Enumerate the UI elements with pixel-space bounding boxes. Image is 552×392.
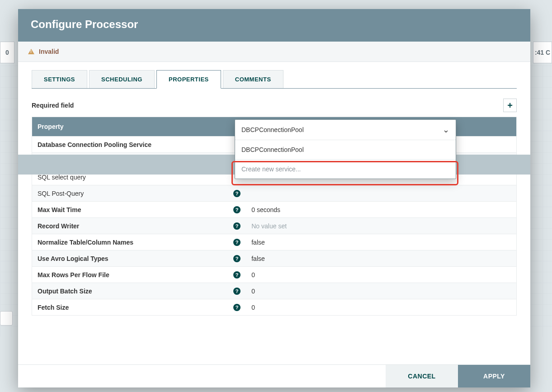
property-name: SQL Post-Query	[38, 190, 84, 197]
table-row[interactable]: Normalize Table/Column Names ? false	[32, 234, 516, 250]
help-icon[interactable]: ?	[233, 255, 241, 262]
controller-service-dropdown: DBCPConnectionPool ⌄ DBCPConnectionPool …	[235, 119, 456, 179]
tab-properties[interactable]: PROPERTIES	[156, 70, 221, 89]
table-row[interactable]: Output Batch Size ? 0	[32, 283, 516, 299]
chevron-down-icon: ⌄	[443, 125, 449, 135]
property-name: Fetch Size	[38, 304, 69, 311]
property-name: Record Writer	[38, 222, 79, 230]
add-property-button[interactable]: +	[503, 99, 517, 112]
property-value[interactable]: No value set	[245, 222, 516, 230]
bg-right-fragment: :41 C	[533, 42, 552, 63]
header-property: Property	[32, 123, 245, 130]
table-row[interactable]: SQL Post-Query ?	[32, 185, 516, 201]
warning-icon	[28, 49, 34, 54]
dropdown-create-new-service[interactable]: Create new service...	[235, 159, 456, 179]
tab-area: SETTINGS SCHEDULING PROPERTIES COMMENTS	[18, 62, 530, 89]
help-icon[interactable]: ?	[233, 239, 241, 246]
property-name: Max Rows Per Flow File	[38, 271, 109, 279]
property-name: Output Batch Size	[38, 288, 92, 295]
dropdown-selected[interactable]: DBCPConnectionPool ⌄	[235, 119, 456, 140]
dropdown-selected-label: DBCPConnectionPool	[241, 126, 304, 133]
configure-processor-dialog: Configure Processor Invalid SETTINGS SCH…	[18, 9, 530, 387]
property-value[interactable]: 0	[245, 288, 516, 295]
property-value[interactable]: false	[245, 255, 516, 262]
help-icon[interactable]: ?	[233, 288, 241, 295]
property-name: Normalize Table/Column Names	[38, 239, 133, 246]
table-row[interactable]: Fetch Size ? 0	[32, 299, 516, 315]
tab-comments[interactable]: COMMENTS	[223, 70, 283, 88]
property-name: Database Connection Pooling Service	[38, 141, 151, 148]
dropdown-option[interactable]: DBCPConnectionPool	[235, 140, 456, 159]
property-name: Max Wait Time	[38, 206, 81, 213]
tab-settings[interactable]: SETTINGS	[32, 70, 87, 88]
table-row[interactable]: Max Rows Per Flow File ? 0	[32, 266, 516, 283]
bg-left-counter: 0	[0, 42, 14, 63]
dialog-footer: CANCEL APPLY	[18, 364, 530, 387]
apply-button[interactable]: APPLY	[458, 365, 530, 387]
validation-status: Invalid	[39, 48, 59, 55]
table-row[interactable]: Record Writer ? No value set	[32, 217, 516, 234]
table-row[interactable]: Max Wait Time ? 0 seconds	[32, 201, 516, 217]
help-icon[interactable]: ?	[233, 304, 241, 311]
property-name: Use Avro Logical Types	[38, 255, 109, 262]
table-row[interactable]: Use Avro Logical Types ? false	[32, 250, 516, 266]
property-value[interactable]: 0	[245, 271, 516, 279]
help-icon[interactable]: ?	[233, 271, 241, 279]
tab-scheduling[interactable]: SCHEDULING	[89, 70, 155, 88]
property-value[interactable]: 0	[245, 304, 516, 311]
help-icon[interactable]: ?	[233, 190, 241, 197]
property-value[interactable]: 0 seconds	[245, 206, 516, 213]
help-icon[interactable]: ?	[233, 206, 241, 213]
required-row: Required field +	[32, 99, 517, 112]
plus-icon: +	[507, 100, 513, 111]
required-field-label: Required field	[32, 102, 74, 109]
bg-pill	[0, 311, 13, 326]
help-icon[interactable]: ?	[233, 222, 241, 230]
dialog-body: Required field + Property Value Database…	[18, 89, 530, 364]
tabs: SETTINGS SCHEDULING PROPERTIES COMMENTS	[32, 70, 517, 89]
cancel-button[interactable]: CANCEL	[386, 365, 458, 387]
property-value[interactable]: false	[245, 239, 516, 246]
dialog-title: Configure Processor	[18, 9, 530, 42]
validation-banner: Invalid	[18, 42, 530, 62]
